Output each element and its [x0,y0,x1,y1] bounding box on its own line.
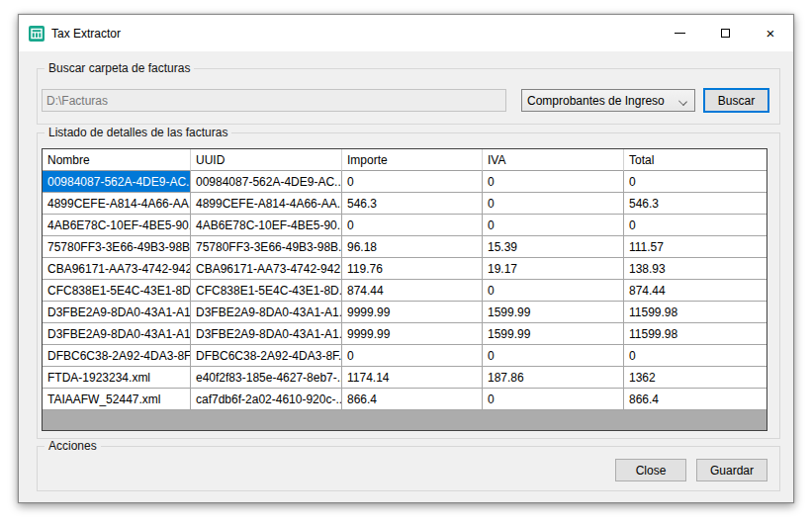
buscar-button[interactable]: Buscar [703,88,769,113]
table-cell[interactable]: 0 [483,389,624,410]
document-type-dropdown[interactable]: Comprobantes de Ingreso [521,89,695,112]
table-cell[interactable]: 866.4 [342,389,483,410]
app-window: Tax Extractor × Buscar carpeta de factur… [18,14,794,503]
table-cell[interactable]: 75780FF3-3E66-49B3-98B... [43,236,191,258]
table-cell[interactable]: 00984087-562A-4DE9-AC... [191,171,342,193]
table-cell[interactable]: 0 [342,171,483,193]
table-cell[interactable]: 11599.98 [624,323,767,345]
close-window-button[interactable]: × [748,15,793,51]
table-cell[interactable]: D3FBE2A9-8DA0-43A1-A1... [43,323,191,345]
table-row: 75780FF3-3E66-49B3-98B...75780FF3-3E66-4… [43,236,767,258]
table-cell[interactable]: 0 [483,215,624,236]
column-header[interactable]: Total [624,149,767,171]
minimize-button[interactable] [657,15,702,51]
table-cell[interactable]: CBA96171-AA73-4742-942... [191,258,342,280]
close-button-label: Close [636,464,667,478]
actions-groupbox-label: Acciones [45,439,101,453]
app-icon [29,26,45,42]
table-cell[interactable]: DFBC6C38-2A92-4DA3-8F... [191,345,342,367]
actions-groupbox: Acciones Close Guardar [37,446,780,491]
table-cell[interactable]: 0 [483,345,624,367]
table-cell[interactable]: 111.57 [624,236,767,258]
table-cell[interactable]: 0 [624,171,767,193]
table-cell[interactable]: 138.93 [624,258,767,280]
table-cell[interactable]: 9999.99 [342,323,483,345]
table-cell[interactable]: 75780FF3-3E66-49B3-98B... [191,236,342,258]
table-cell[interactable]: FTDA-1923234.xml [43,367,191,389]
table-cell[interactable]: 1599.99 [483,302,624,323]
table-cell[interactable]: 1174.14 [342,367,483,389]
table-cell[interactable]: CBA96171-AA73-4742-942... [43,258,191,280]
table-cell[interactable]: 4899CEFE-A814-4A66-AA... [43,193,191,215]
invoice-table-header: NombreUUIDImporteIVATotal [43,149,767,171]
table-cell[interactable]: 4899CEFE-A814-4A66-AA... [191,193,342,215]
table-cell[interactable]: 0 [342,345,483,367]
window-title: Tax Extractor [51,27,121,41]
table-row: DFBC6C38-2A92-4DA3-8F...DFBC6C38-2A92-4D… [43,345,767,367]
table-cell[interactable]: 0 [624,345,767,367]
column-header[interactable]: Nombre [43,149,191,171]
invoice-list-groupbox: Listado de detalles de las facturas Nomb… [37,132,780,439]
table-row: 00984087-562A-4DE9-AC...00984087-562A-4D… [43,171,767,193]
invoice-list-groupbox-label: Listado de detalles de las facturas [45,126,231,139]
table-cell[interactable]: D3FBE2A9-8DA0-43A1-A1... [191,302,342,323]
table-cell[interactable]: TAIAAFW_52447.xml [43,389,191,410]
column-header[interactable]: UUID [191,149,342,171]
table-cell[interactable]: 1599.99 [483,323,624,345]
table-cell[interactable]: 0 [483,193,624,215]
close-icon: × [767,26,775,41]
guardar-button-label: Guardar [710,464,754,478]
table-cell[interactable]: 4AB6E78C-10EF-4BE5-90... [43,215,191,236]
table-cell[interactable]: 11599.98 [624,302,767,323]
maximize-button[interactable] [702,15,748,51]
column-header[interactable]: IVA [483,149,624,171]
table-cell[interactable]: 96.18 [342,236,483,258]
table-cell[interactable]: CFC838E1-5E4C-43E1-8D... [43,280,191,302]
table-row: TAIAAFW_52447.xmlcaf7db6f-2a02-4610-920c… [43,389,767,410]
table-cell[interactable]: 0 [483,171,624,193]
table-cell[interactable]: D3FBE2A9-8DA0-43A1-A1... [43,302,191,323]
table-cell[interactable]: 0 [342,215,483,236]
search-groupbox: Buscar carpeta de facturas Comprobantes … [37,68,780,125]
table-cell[interactable]: 866.4 [624,389,767,410]
table-cell[interactable]: 874.44 [342,280,483,302]
table-cell[interactable]: 119.76 [342,258,483,280]
title-bar[interactable]: Tax Extractor × [19,15,793,51]
table-cell[interactable]: 0 [624,215,767,236]
table-cell[interactable]: 0 [483,280,624,302]
guardar-button[interactable]: Guardar [696,459,767,481]
document-type-dropdown-value: Comprobantes de Ingreso [527,94,665,108]
table-cell[interactable]: 15.39 [483,236,624,258]
table-row: 4899CEFE-A814-4A66-AA...4899CEFE-A814-4A… [43,193,767,215]
table-cell[interactable]: 9999.99 [342,302,483,323]
table-cell[interactable]: DFBC6C38-2A92-4DA3-8F... [43,345,191,367]
column-header[interactable]: Importe [342,149,483,171]
close-button[interactable]: Close [615,459,686,481]
table-cell[interactable]: 1362 [624,367,767,389]
table-row: CBA96171-AA73-4742-942...CBA96171-AA73-4… [43,258,767,280]
table-row: 4AB6E78C-10EF-4BE5-90...4AB6E78C-10EF-4B… [43,215,767,236]
table-cell[interactable]: 874.44 [624,280,767,302]
table-row: FTDA-1923234.xmle40f2f83-185e-4627-8eb7-… [43,367,767,389]
table-cell[interactable]: 546.3 [342,193,483,215]
folder-path-input[interactable] [42,89,506,112]
table-row: CFC838E1-5E4C-43E1-8D...CFC838E1-5E4C-43… [43,280,767,302]
table-cell[interactable]: caf7db6f-2a02-4610-920c-... [191,389,342,410]
table-cell[interactable]: 546.3 [624,193,767,215]
maximize-icon [721,29,730,38]
search-groupbox-label: Buscar carpeta de facturas [45,61,194,75]
table-cell[interactable]: D3FBE2A9-8DA0-43A1-A1... [191,323,342,345]
buscar-button-label: Buscar [718,94,755,108]
table-cell[interactable]: e40f2f83-185e-4627-8eb7-... [191,367,342,389]
invoice-table[interactable]: NombreUUIDImporteIVATotal 00984087-562A-… [42,148,767,431]
table-cell[interactable]: CFC838E1-5E4C-43E1-8D... [191,280,342,302]
table-cell[interactable]: 187.86 [483,367,624,389]
chevron-down-icon [678,97,687,106]
table-cell[interactable]: 19.17 [483,258,624,280]
table-cell[interactable]: 00984087-562A-4DE9-AC... [43,171,191,193]
table-cell[interactable]: 4AB6E78C-10EF-4BE5-90... [191,215,342,236]
invoice-table-body: 00984087-562A-4DE9-AC...00984087-562A-4D… [43,171,767,410]
table-row: D3FBE2A9-8DA0-43A1-A1...D3FBE2A9-8DA0-43… [43,323,767,345]
table-row: D3FBE2A9-8DA0-43A1-A1...D3FBE2A9-8DA0-43… [43,302,767,323]
window-controls: × [657,15,793,51]
